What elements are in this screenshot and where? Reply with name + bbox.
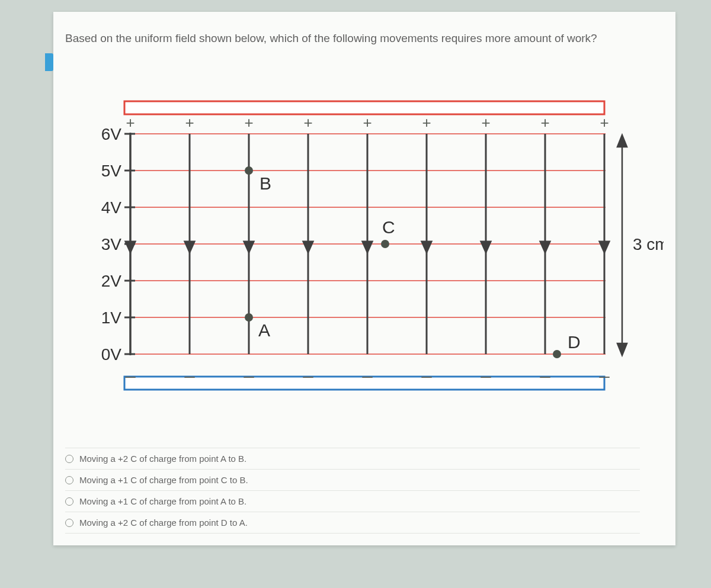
svg-text:+: +	[363, 114, 371, 131]
minus-row: _ _ _ _ _ _ _ _ _	[125, 358, 610, 378]
option-4[interactable]: Moving a +2 C of charge from point D to …	[65, 512, 640, 534]
svg-text:6V: 6V	[101, 125, 122, 143]
svg-text:4V: 4V	[101, 198, 122, 217]
svg-text:+: +	[540, 114, 549, 131]
option-1[interactable]: Moving a +2 C of charge from point A to …	[65, 448, 640, 469]
svg-text:_: _	[303, 358, 314, 378]
field-diagram: + + + + + + + + + _ _ _ _ _ _ _ _ _	[65, 69, 664, 400]
svg-text:_: _	[362, 358, 373, 378]
svg-text:B: B	[260, 173, 271, 193]
svg-marker-76	[617, 343, 627, 355]
radio-icon	[65, 455, 73, 463]
radio-icon	[65, 519, 73, 527]
svg-marker-44	[244, 242, 254, 252]
svg-marker-40	[126, 242, 135, 252]
bookmark-marker	[45, 53, 53, 71]
option-3[interactable]: Moving a +1 C of charge from point A to …	[65, 490, 640, 512]
svg-text:_: _	[421, 358, 433, 378]
svg-text:_: _	[540, 358, 551, 378]
svg-text:A: A	[258, 320, 270, 340]
option-label: Moving a +1 C of charge from point C to …	[79, 475, 248, 485]
radio-icon	[65, 476, 73, 484]
svg-text:_: _	[125, 358, 136, 378]
scale-label: 3 cm	[633, 235, 664, 253]
plus-row: + + + + + + + + +	[126, 114, 608, 131]
svg-text:5V: 5V	[101, 162, 122, 180]
answer-options: Moving a +2 C of charge from point A to …	[65, 448, 640, 534]
svg-text:+: +	[600, 114, 608, 131]
svg-text:+: +	[303, 114, 312, 131]
svg-marker-50	[422, 242, 431, 252]
svg-marker-75	[617, 135, 627, 147]
svg-point-70	[381, 240, 389, 248]
svg-text:C: C	[382, 217, 395, 237]
option-label: Moving a +2 C of charge from point D to …	[79, 518, 248, 528]
radio-icon	[65, 497, 73, 506]
svg-text:0V: 0V	[101, 345, 122, 364]
svg-text:+: +	[185, 114, 194, 131]
bottom-plate	[124, 377, 604, 390]
top-plate	[124, 101, 604, 114]
svg-text:+: +	[126, 114, 134, 131]
question-text: Based on the uniform field shown below, …	[65, 32, 640, 45]
axis-labels: 6V 5V 4V 3V 2V 1V 0V	[101, 125, 122, 364]
svg-marker-54	[540, 242, 550, 252]
svg-text:_: _	[244, 358, 255, 378]
svg-text:+: +	[481, 114, 490, 131]
svg-marker-52	[481, 242, 491, 252]
svg-text:3V: 3V	[101, 235, 122, 253]
svg-text:_: _	[599, 358, 610, 378]
svg-marker-42	[185, 242, 194, 252]
svg-point-72	[553, 350, 561, 358]
option-label: Moving a +2 C of charge from point A to …	[79, 454, 246, 464]
svg-point-66	[245, 166, 253, 175]
svg-point-68	[245, 313, 253, 322]
svg-text:_: _	[184, 358, 196, 378]
svg-text:1V: 1V	[101, 309, 122, 327]
svg-marker-48	[363, 242, 372, 252]
svg-text:+: +	[422, 114, 431, 131]
option-2[interactable]: Moving a +1 C of charge from point C to …	[65, 469, 640, 490]
svg-marker-46	[303, 242, 313, 252]
svg-text:2V: 2V	[101, 272, 122, 290]
svg-text:_: _	[481, 358, 492, 378]
option-label: Moving a +1 C of charge from point A to …	[79, 496, 246, 506]
svg-text:D: D	[568, 332, 581, 352]
svg-marker-56	[600, 242, 609, 252]
scale-arrow	[617, 135, 627, 355]
svg-text:+: +	[244, 114, 253, 131]
